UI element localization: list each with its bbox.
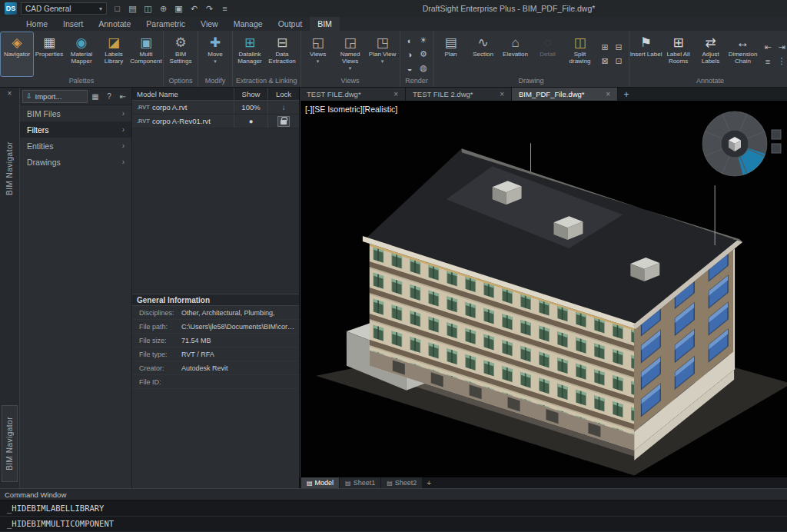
sidebar-item-entities[interactable]: Entities› (20, 138, 131, 154)
sheet-tab-label: Sheet1 (354, 479, 376, 487)
show-value[interactable]: ● (249, 117, 254, 125)
ribbon-button-plan[interactable]: ▤Plan (435, 32, 467, 76)
new-tab-button[interactable]: + (618, 88, 635, 101)
sheet-tab-sheet1[interactable]: ▤Sheet1 (340, 477, 380, 488)
insert-arrow-icon[interactable]: ↓ (282, 103, 286, 111)
ribbon-button-label: Plan View (369, 52, 396, 58)
undo-icon[interactable]: ↶ (188, 2, 201, 15)
ribbon-tab-insert[interactable]: Insert (55, 17, 91, 31)
command-line[interactable]: _HIDEBIMLABELLIBRARY (0, 500, 787, 517)
show-value[interactable]: 100% (241, 103, 260, 111)
redo-icon[interactable]: ↷ (203, 2, 216, 15)
command-line[interactable]: _HIDEBIMMULTICOMPONENT (0, 517, 787, 532)
drawing-option-2-icon[interactable]: ⊟ (613, 41, 626, 54)
column-header-model-name[interactable]: Model Name (132, 88, 234, 100)
ribbon-button-data-extraction[interactable]: ⊟Data Extraction (266, 32, 298, 76)
environment-icon[interactable]: ◒ (403, 62, 417, 75)
ribbon-button-views[interactable]: ◱Views▾ (302, 32, 334, 76)
info-label: Disciplines: (132, 309, 181, 317)
annotate-option-2-icon[interactable]: ⇥ (775, 41, 787, 54)
ribbon-button-bim-settings[interactable]: ⚙BIM Settings (164, 32, 197, 76)
ribbon-tab-parametric[interactable]: Parametric (138, 17, 193, 31)
datalink-manager-icon: ⊞ (244, 34, 255, 52)
render-region-icon[interactable]: ◍ (417, 62, 430, 75)
ribbon-button-multi-component[interactable]: ▣Multi Component (130, 32, 162, 76)
help-icon[interactable]: ? (103, 90, 115, 102)
ribbon-button-elevation[interactable]: ⌂Elevation (500, 32, 532, 76)
model-panel-empty-area (132, 389, 299, 488)
ribbon-button-insert-label[interactable]: ⚑Insert Label (630, 32, 662, 76)
close-panel-icon[interactable]: × (0, 89, 19, 98)
ribbon-button-plan-view[interactable]: ◳Plan View▾ (367, 32, 399, 76)
close-icon[interactable]: × (606, 90, 610, 98)
sidebar-item-filters[interactable]: Filters› (20, 121, 131, 138)
render-settings-icon[interactable]: ⚙ (417, 48, 430, 61)
navigator-toolbar: ⇩ Import... ▦?⇤ (20, 88, 131, 105)
wheel-option-button-2[interactable] (772, 144, 781, 153)
ribbon-button-labels-library[interactable]: ◪Labels Library (98, 32, 130, 76)
info-value: 71.54 MB (181, 337, 214, 344)
drawing-viewport[interactable]: [-][SE Isometric][Realistic] (300, 101, 787, 477)
toolbar-options-icon[interactable]: ≡ (218, 2, 231, 15)
ribbon-button-section[interactable]: ∿Section (467, 32, 500, 76)
ribbon-button-material-mapper[interactable]: ◉Material Mapper (65, 32, 98, 76)
new-file-icon[interactable]: □ (111, 2, 124, 15)
ribbon-button-adjust-labels[interactable]: ⇄Adjust Labels (695, 32, 727, 76)
lights-icon[interactable]: ☀ (417, 34, 430, 47)
bim-navigator-tab[interactable]: BIM Navigator (2, 405, 18, 482)
close-icon[interactable]: × (394, 90, 398, 98)
command-window-title[interactable]: Command Window (0, 489, 787, 500)
ribbon-button-label-all-rooms[interactable]: ⊞Label All Rooms (662, 32, 695, 76)
ribbon-button-navigator[interactable]: ◈Navigator (1, 32, 33, 76)
ribbon-button-properties[interactable]: ▦Properties (33, 32, 65, 76)
wheel-option-button-1[interactable] (772, 130, 781, 139)
annotate-option-4-icon[interactable]: ⋮ (775, 55, 787, 68)
sidebar-item-drawings[interactable]: Drawings› (20, 154, 131, 170)
table-row[interactable]: .RVTcorpo A.rvt100%↓ (132, 101, 299, 115)
ribbon-tab-home[interactable]: Home (18, 17, 55, 31)
document-tab-test-file-2-dwg[interactable]: TEST FILE 2.dwg*× (406, 88, 512, 101)
ribbon-button-datalink-manager[interactable]: ⊞Datalink Manager (234, 32, 266, 76)
ribbon: ◈Navigator▦Properties◉Material Mapper◪La… (0, 31, 787, 88)
ribbon-tab-view[interactable]: View (193, 17, 226, 31)
save-icon[interactable]: ◫ (141, 2, 154, 15)
column-header-show[interactable]: Show (234, 88, 268, 100)
view-style-label[interactable]: [-][SE Isometric][Realistic] (305, 105, 397, 114)
add-sheet-button[interactable]: + (423, 477, 435, 488)
ribbon-tab-output[interactable]: Output (271, 17, 310, 31)
ribbon-tab-manage[interactable]: Manage (226, 17, 271, 31)
ribbon-button-named-views[interactable]: ◲Named Views▾ (334, 32, 367, 76)
ribbon-tab-bim[interactable]: BIM (310, 17, 340, 31)
publish-icon[interactable]: ▣ (172, 2, 185, 15)
lock-icon[interactable] (277, 116, 290, 127)
ribbon-button-split-drawing[interactable]: ◫Split drawing (564, 32, 596, 76)
grid-view-icon[interactable]: ▦ (89, 90, 101, 102)
column-header-lock[interactable]: Lock (268, 88, 299, 100)
annotate-option-1-icon[interactable]: ⇤ (762, 41, 775, 54)
collapse-panel-icon[interactable]: ⇤ (117, 90, 129, 102)
sheet-tab-model[interactable]: ▤Model (301, 477, 339, 488)
title-bar: DS CAD General ▾ □▤◫⊕▣↶↷≡ DraftSight Ent… (0, 0, 787, 17)
sidebar-item-bim-files[interactable]: BIM Files› (20, 105, 131, 121)
print-icon[interactable]: ⊕ (157, 2, 170, 15)
drawing-option-4-icon[interactable]: ⊡ (613, 55, 626, 68)
workspace-selector[interactable]: CAD General ▾ (21, 2, 107, 15)
document-tab-bim-pdf-file-dwg[interactable]: BIM_PDF_File.dwg*× (512, 88, 618, 101)
navigation-wheel[interactable] (698, 107, 784, 181)
sheet-tab-sheet2[interactable]: ▤Sheet2 (381, 477, 422, 488)
drawing-option-1-icon[interactable]: ⊞ (599, 41, 612, 54)
ribbon-tab-annotate[interactable]: Annotate (91, 17, 138, 31)
open-file-icon[interactable]: ▤ (126, 2, 139, 15)
ribbon-button-move[interactable]: ✚Move▾ (199, 32, 231, 76)
document-tab-test-file-dwg[interactable]: TEST FILE.dwg*× (300, 88, 406, 101)
ribbon-group-label: Options (164, 76, 198, 87)
annotate-option-3-icon[interactable]: ≡ (762, 55, 775, 68)
close-icon[interactable]: × (500, 90, 504, 98)
import-button[interactable]: ⇩ Import... (22, 90, 88, 103)
render-icon[interactable]: ◐ (403, 34, 417, 47)
drawing-option-3-icon[interactable]: ⊠ (599, 55, 612, 68)
table-row[interactable]: .RVTcorpo A-Rev01.rvt● (132, 115, 299, 128)
chevron-down-icon: ▾ (381, 58, 384, 64)
ribbon-button-dimension-chain[interactable]: ↔Dimension Chain (727, 32, 759, 76)
materials-icon[interactable]: ◑ (403, 48, 417, 61)
